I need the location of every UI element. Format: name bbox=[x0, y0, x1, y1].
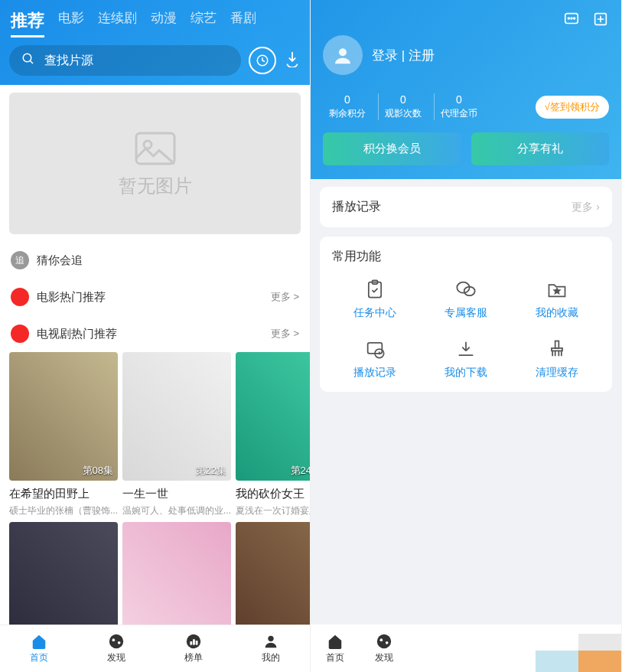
avatar bbox=[323, 35, 363, 75]
decoration-block bbox=[578, 651, 621, 672]
nav-discover[interactable]: 发现 bbox=[107, 633, 125, 664]
search-input[interactable]: 查找片源 bbox=[9, 45, 241, 76]
home-screen: 推荐 电影 连续剧 动漫 综艺 番剧 查找片源 暂无图片 bbox=[0, 0, 311, 672]
svg-rect-9 bbox=[191, 641, 193, 645]
svg-line-1 bbox=[30, 60, 33, 64]
poster bbox=[122, 522, 231, 625]
nav-label: 发现 bbox=[375, 651, 393, 664]
avatar-icon bbox=[331, 44, 354, 67]
poster bbox=[236, 522, 310, 625]
func-service[interactable]: 专属客服 bbox=[423, 279, 508, 320]
episode-badge: 第24集 bbox=[291, 464, 310, 478]
user-row[interactable]: 登录 | 注册 bbox=[323, 35, 609, 75]
nav-ranking[interactable]: 榜单 bbox=[184, 633, 203, 664]
more-link[interactable]: 更多 › bbox=[572, 201, 600, 214]
bottom-nav: 首页 发现 bbox=[311, 625, 621, 672]
checkin-button[interactable]: √签到领积分 bbox=[536, 96, 609, 119]
share-icon[interactable] bbox=[592, 11, 609, 31]
video-card[interactable]: 第08集 在希望的田野上 硕士毕业的张楠（曹骏饰... bbox=[9, 352, 118, 517]
poster: 第08集 bbox=[9, 352, 118, 481]
search-icon bbox=[21, 52, 35, 69]
func-favorites[interactable]: 我的收藏 bbox=[515, 279, 600, 320]
poster bbox=[9, 522, 118, 625]
banner-text: 暂无图片 bbox=[119, 174, 192, 198]
svg-point-18 bbox=[339, 48, 347, 56]
guess-badge-icon: 追 bbox=[11, 251, 29, 269]
card-subtitle: 温婉可人、处事低调的业... bbox=[122, 504, 231, 517]
tab-recommend[interactable]: 推荐 bbox=[11, 9, 44, 38]
chevron-right-icon: › bbox=[596, 201, 600, 213]
video-card[interactable] bbox=[122, 522, 231, 625]
video-card[interactable]: 第24集 我的砍价女王 夏浅在一次订婚宴上... bbox=[236, 352, 310, 517]
stat-watch[interactable]: 0 观影次数 bbox=[378, 93, 428, 120]
stat-coins[interactable]: 0 代理金币 bbox=[434, 93, 484, 120]
top-icons bbox=[323, 11, 609, 31]
function-grid: 任务中心 专属客服 我的收藏 播放记录 我的下载 bbox=[332, 279, 600, 380]
folder-star-icon bbox=[546, 279, 568, 300]
func-label: 任务中心 bbox=[353, 306, 396, 320]
tab-drama[interactable]: 番剧 bbox=[230, 9, 256, 38]
home-icon bbox=[327, 633, 344, 650]
profile-content: 播放记录 更多 › 常用功能 任务中心 专属客服 我的收藏 bbox=[311, 179, 621, 625]
profile-header: 登录 | 注册 0 剩余积分 0 观影次数 0 代理金币 √签到领积分 积分换会… bbox=[311, 0, 621, 179]
ranking-icon bbox=[185, 633, 202, 650]
login-label[interactable]: 登录 bbox=[372, 48, 398, 63]
header: 推荐 电影 连续剧 动漫 综艺 番剧 查找片源 bbox=[0, 0, 310, 85]
card-subtitle: 夏浅在一次订婚宴上... bbox=[236, 504, 310, 517]
banner-placeholder[interactable]: 暂无图片 bbox=[9, 93, 301, 234]
func-history[interactable]: 播放记录 bbox=[332, 338, 417, 380]
svg-rect-25 bbox=[555, 341, 559, 348]
share-button[interactable]: 分享有礼 bbox=[471, 132, 609, 165]
video-card[interactable] bbox=[9, 522, 118, 625]
tab-variety[interactable]: 综艺 bbox=[191, 9, 217, 38]
nav-label: 发现 bbox=[107, 651, 125, 664]
svg-point-7 bbox=[118, 641, 121, 644]
section-tv-hot: 电视剧热门推荐 更多 > bbox=[0, 315, 310, 352]
svg-point-12 bbox=[269, 636, 274, 641]
card-title: 我的砍价女王 bbox=[236, 487, 310, 501]
profile-screen: 登录 | 注册 0 剩余积分 0 观影次数 0 代理金币 √签到领积分 积分换会… bbox=[311, 0, 621, 672]
func-clear-cache[interactable]: 清理缓存 bbox=[515, 338, 600, 380]
panel-header: 常用功能 bbox=[332, 249, 600, 265]
download-button[interactable] bbox=[284, 51, 301, 70]
discover-icon bbox=[108, 633, 125, 650]
nav-label: 首页 bbox=[30, 651, 48, 664]
video-card[interactable] bbox=[236, 522, 310, 625]
stats-row: 0 剩余积分 0 观影次数 0 代理金币 √签到领积分 bbox=[323, 93, 609, 120]
nav-mine[interactable]: 我的 bbox=[262, 633, 280, 664]
nav-home[interactable]: 首页 bbox=[30, 633, 48, 664]
tab-anime[interactable]: 动漫 bbox=[151, 9, 177, 38]
decoration-block bbox=[536, 651, 578, 672]
tab-series[interactable]: 连续剧 bbox=[98, 9, 137, 38]
poster: 第22集 bbox=[122, 352, 231, 481]
more-link[interactable]: 更多 > bbox=[271, 327, 299, 341]
video-card[interactable]: 第22集 一生一世 温婉可人、处事低调的业... bbox=[122, 352, 231, 517]
panel-title: 播放记录 bbox=[332, 199, 572, 215]
svg-rect-10 bbox=[193, 639, 195, 644]
svg-point-16 bbox=[574, 18, 575, 19]
download-icon bbox=[455, 338, 477, 360]
stat-label: 代理金币 bbox=[441, 107, 477, 120]
func-label: 播放记录 bbox=[353, 366, 396, 380]
image-icon bbox=[132, 129, 178, 168]
search-row: 查找片源 bbox=[9, 45, 301, 76]
func-tasks[interactable]: 任务中心 bbox=[332, 279, 417, 320]
history-button[interactable] bbox=[249, 47, 276, 74]
nav-label: 榜单 bbox=[184, 651, 203, 664]
message-icon[interactable] bbox=[563, 11, 580, 31]
exchange-button[interactable]: 积分换会员 bbox=[323, 132, 461, 165]
svg-point-4 bbox=[144, 141, 151, 148]
more-link[interactable]: 更多 > bbox=[271, 290, 299, 304]
stat-value: 0 bbox=[385, 93, 422, 106]
stat-points[interactable]: 0 剩余积分 bbox=[323, 93, 372, 120]
svg-point-28 bbox=[386, 641, 389, 644]
search-placeholder: 查找片源 bbox=[44, 53, 93, 69]
svg-point-6 bbox=[112, 638, 115, 641]
nav-home[interactable]: 首页 bbox=[326, 633, 344, 664]
nav-discover[interactable]: 发现 bbox=[375, 633, 393, 664]
func-downloads[interactable]: 我的下载 bbox=[423, 338, 508, 380]
register-label[interactable]: 注册 bbox=[409, 48, 435, 63]
card-subtitle: 硕士毕业的张楠（曹骏饰... bbox=[9, 504, 118, 517]
tab-movie[interactable]: 电影 bbox=[58, 9, 84, 38]
svg-point-15 bbox=[571, 18, 572, 19]
